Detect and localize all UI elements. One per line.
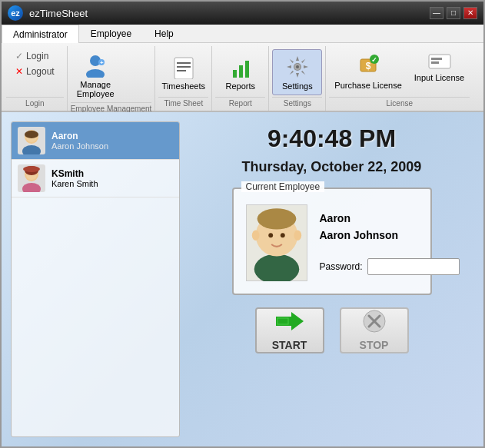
- title-bar: ez ezTimeSheet — □ ✕: [2, 2, 483, 25]
- employee-username-aaron: Aaron: [51, 131, 108, 141]
- svg-point-33: [257, 208, 296, 229]
- svg-point-36: [251, 230, 259, 241]
- menu-tab-employee[interactable]: Employee: [79, 25, 143, 42]
- svg-rect-6: [177, 66, 191, 68]
- svg-point-35: [280, 233, 284, 237]
- logout-button[interactable]: ✕ Logout: [12, 65, 58, 78]
- svg-point-29: [23, 166, 40, 172]
- purchase-license-button[interactable]: $ ✓ Purchase License: [329, 49, 407, 95]
- date-display: Thursday, October 22, 2009: [242, 159, 422, 175]
- svg-rect-20: [431, 61, 439, 64]
- password-input[interactable]: [367, 258, 460, 275]
- report-label: Report: [215, 97, 265, 111]
- input-license-icon: [427, 53, 452, 71]
- window-title: ezTimeSheet: [29, 8, 88, 19]
- minimize-button[interactable]: —: [430, 7, 443, 19]
- current-employee-label: Current Employee: [241, 181, 325, 192]
- svg-rect-7: [177, 70, 186, 71]
- start-label: START: [272, 339, 307, 351]
- svg-rect-10: [245, 61, 249, 78]
- employee-item-ksmith[interactable]: KSmith Karen Smith: [12, 160, 179, 197]
- title-bar-left: ez ezTimeSheet: [8, 5, 88, 21]
- login-section-label: Login: [6, 97, 64, 111]
- main-window: ez ezTimeSheet — □ ✕ Administrator Emplo…: [0, 0, 485, 448]
- timesheet-label: Time Sheet: [158, 97, 208, 111]
- settings-icon: [285, 55, 310, 79]
- start-icon: [276, 310, 304, 336]
- center-panel: 9:40:48 PM Thursday, October 22, 2009 Cu…: [180, 112, 483, 446]
- timesheets-icon: [171, 55, 196, 79]
- password-row: Password:: [320, 258, 460, 275]
- toolbar-employee-section: + Manage Employee Employee Management: [68, 46, 156, 111]
- avatar-ksmith: [18, 164, 45, 192]
- svg-text:✓: ✓: [371, 56, 377, 64]
- password-label: Password:: [320, 261, 363, 272]
- start-button[interactable]: START: [255, 307, 324, 353]
- svg-rect-5: [177, 62, 191, 64]
- app-icon: ez: [8, 5, 23, 21]
- toolbar-timesheet-section: Timesheets Time Sheet: [155, 46, 212, 111]
- menu-bar: Administrator Employee Help: [2, 25, 483, 43]
- avatar-aaron: [18, 127, 45, 154]
- employee-item-aaron[interactable]: Aaron Aaron Johnson: [12, 122, 179, 160]
- svg-rect-19: [431, 58, 442, 60]
- login-button[interactable]: ✓ Login: [12, 49, 58, 63]
- svg-marker-39: [291, 312, 304, 330]
- license-label: License: [329, 97, 470, 111]
- svg-point-13: [296, 65, 299, 68]
- toolbar-reports-section: Reports Report: [212, 46, 269, 111]
- employee-list: Aaron Aaron Johnson KSmith Karen: [11, 121, 180, 437]
- manage-employee-icon: +: [83, 53, 108, 78]
- current-employee-firstname: Aaron: [320, 212, 460, 224]
- timesheets-button[interactable]: Timesheets: [158, 49, 208, 95]
- purchase-license-icon: $ ✓: [356, 53, 380, 79]
- menu-tab-administrator[interactable]: Administrator: [2, 25, 79, 43]
- employee-fullname-aaron: Aaron Johnson: [51, 141, 108, 151]
- svg-point-24: [25, 131, 38, 138]
- stop-button[interactable]: STOP: [340, 307, 409, 353]
- title-bar-controls: — □ ✕: [430, 7, 477, 19]
- current-employee-lastname: Aaron Johnson: [320, 229, 460, 241]
- current-employee-box: Current Employee: [232, 187, 432, 295]
- menu-tab-help[interactable]: Help: [143, 25, 185, 42]
- svg-point-22: [22, 145, 41, 154]
- input-license-button[interactable]: Input License: [409, 49, 470, 87]
- svg-point-37: [294, 230, 301, 241]
- clock-display: 9:40:48 PM: [267, 124, 396, 153]
- toolbar-license-section: $ ✓ Purchase License: [326, 46, 473, 111]
- current-employee-avatar: [246, 204, 307, 281]
- action-buttons: START STOP: [255, 307, 409, 353]
- employee-fullname-ksmith: Karen Smith: [51, 179, 98, 188]
- stop-label: STOP: [360, 339, 389, 351]
- manage-employee-button[interactable]: + Manage Employee: [71, 49, 121, 102]
- svg-point-34: [268, 233, 273, 237]
- svg-point-1: [86, 69, 105, 78]
- main-content: Aaron Aaron Johnson KSmith Karen: [2, 112, 483, 446]
- settings-button[interactable]: Settings: [272, 49, 322, 95]
- maximize-button[interactable]: □: [447, 7, 460, 19]
- svg-rect-40: [277, 318, 288, 324]
- toolbar-settings-section: Settings Settings: [269, 46, 326, 111]
- toolbar: ✓ Login ✕ Logout Login: [2, 43, 483, 112]
- stop-icon: [363, 310, 386, 336]
- svg-rect-4: [174, 58, 193, 79]
- svg-text:$: $: [366, 61, 371, 71]
- reports-button[interactable]: Reports: [215, 49, 265, 95]
- svg-rect-9: [239, 65, 243, 78]
- svg-text:+: +: [100, 59, 104, 66]
- employee-username-ksmith: KSmith: [51, 168, 98, 179]
- settings-label: Settings: [272, 97, 322, 111]
- svg-rect-8: [233, 70, 237, 78]
- close-button[interactable]: ✕: [463, 7, 477, 19]
- svg-point-26: [22, 183, 41, 192]
- reports-icon: [228, 55, 253, 79]
- toolbar-login-section: ✓ Login ✕ Logout Login: [3, 46, 68, 111]
